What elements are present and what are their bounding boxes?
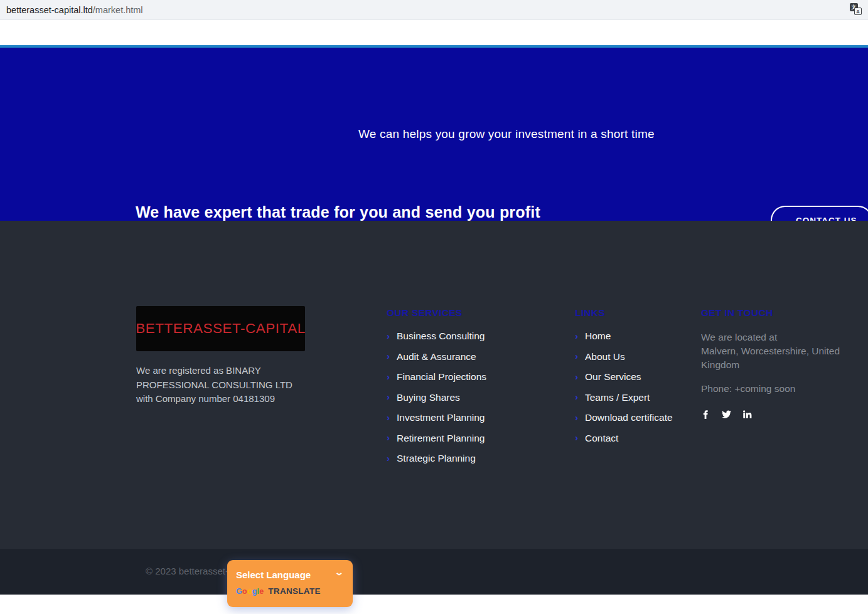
service-item-retirement-planning[interactable]: Retirement Planning [387,433,562,445]
service-item-buying-shares[interactable]: Buying Shares [387,392,562,404]
footer-link[interactable]: About Us [585,351,625,363]
chevron-right-icon [575,412,578,423]
services-heading: OUR SERVICES [387,307,562,319]
link-item-download-certificate[interactable]: Download certificate [575,412,694,424]
banner-tagline: We can helps you grow your investment in… [358,127,655,141]
chevron-right-icon [387,351,390,361]
chevron-right-icon [387,331,390,341]
browser-url-bar[interactable]: betterasset-capital.ltd/market.html 文 A [0,0,868,20]
service-link[interactable]: Audit & Assurance [397,351,476,363]
footer-logo-text: BETTERASSET-CAPITAL [136,320,305,337]
banner-headline: We have expert that trade for you and se… [136,203,540,221]
chevron-down-icon [335,570,344,580]
service-item-business-consulting[interactable]: Business Consulting [387,331,562,342]
service-link[interactable]: Financial Projections [397,371,486,383]
links-list: Home About Us Our Services Teams / Exper… [575,331,694,444]
chevron-right-icon [575,432,578,443]
language-select-widget[interactable]: Select Language Google TRANSLATE [227,560,353,607]
link-item-our-services[interactable]: Our Services [575,371,694,383]
service-link[interactable]: Strategic Planning [397,453,476,464]
social-links [701,410,868,419]
service-link[interactable]: Business Consulting [397,331,485,342]
footer-bottom-bar: © 2023 betterasset-c [0,549,868,595]
link-item-contact[interactable]: Contact [575,433,694,445]
footer-column-get-in-touch: GET IN TOUCH We are located at Malvern, … [701,307,868,419]
service-item-audit-assurance[interactable]: Audit & Assurance [387,351,562,363]
hero-banner: We can helps you grow your investment in… [0,48,868,221]
chevron-right-icon [575,331,578,341]
link-item-teams-expert[interactable]: Teams / Expert [575,392,694,404]
chevron-right-icon [387,391,390,402]
facebook-icon[interactable] [701,410,710,419]
chevron-right-icon [387,371,390,382]
linkedin-icon[interactable] [742,410,752,419]
copyright-text: © 2023 betterasset-c [146,566,233,576]
footer-column-links: LINKS Home About Us Our Services Teams /… [575,307,694,453]
service-link[interactable]: Retirement Planning [397,433,485,444]
service-link[interactable]: Buying Shares [397,392,460,403]
chevron-right-icon [387,412,390,423]
footer-link[interactable]: Contact [585,433,618,444]
location-line-1: We are located at [701,331,868,344]
chevron-right-icon [387,453,390,463]
footer-link[interactable]: Teams / Expert [585,392,650,403]
translate-label: TRANSLATE [268,586,320,596]
location-line-2: Malvern, Worcestershire, United Kingdom [701,344,868,372]
links-heading: LINKS [575,307,694,319]
chevron-right-icon [575,371,578,382]
chevron-right-icon [387,432,390,443]
phone-text: Phone: +coming soon [701,383,868,394]
chevron-right-icon [575,351,578,361]
service-item-strategic-planning[interactable]: Strategic Planning [387,453,562,465]
select-language-label: Select Language [236,569,311,580]
url-domain: betterasset-capital.ltd [6,5,93,15]
footer-logo: BETTERASSET-CAPITAL [136,306,305,351]
link-item-about-us[interactable]: About Us [575,351,694,363]
twitter-icon[interactable] [722,410,731,419]
get-in-touch-heading: GET IN TOUCH [701,307,868,319]
footer-link[interactable]: Home [585,331,611,342]
services-list: Business Consulting Audit & Assurance Fi… [387,331,562,465]
google-translate-branding[interactable]: Google TRANSLATE [227,580,353,596]
location-text: We are located at Malvern, Worcestershir… [701,331,868,372]
google-wordmark: Google [236,587,264,596]
url-text[interactable]: betterasset-capital.ltd/market.html [6,5,143,15]
google-translate-icon[interactable]: 文 A [850,3,862,16]
language-select-row[interactable]: Select Language [227,560,353,580]
footer-link[interactable]: Our Services [585,371,641,383]
footer: BETTERASSET-CAPITAL We are registered as… [0,221,868,549]
chevron-right-icon [575,391,578,402]
service-item-financial-projections[interactable]: Financial Projections [387,371,562,383]
link-item-home[interactable]: Home [575,331,694,342]
registration-text: We are registered as BINARY PROFESSIONAL… [136,364,296,406]
url-path: /market.html [93,5,143,15]
page: betterasset-capital.ltd/market.html 文 A … [0,0,868,614]
footer-link[interactable]: Download certificate [585,412,673,423]
translate-icon-letter-square: A [854,8,862,15]
service-item-investment-planning[interactable]: Investment Planning [387,412,562,424]
footer-column-services: OUR SERVICES Business Consulting Audit &… [387,307,562,474]
service-link[interactable]: Investment Planning [397,412,485,423]
